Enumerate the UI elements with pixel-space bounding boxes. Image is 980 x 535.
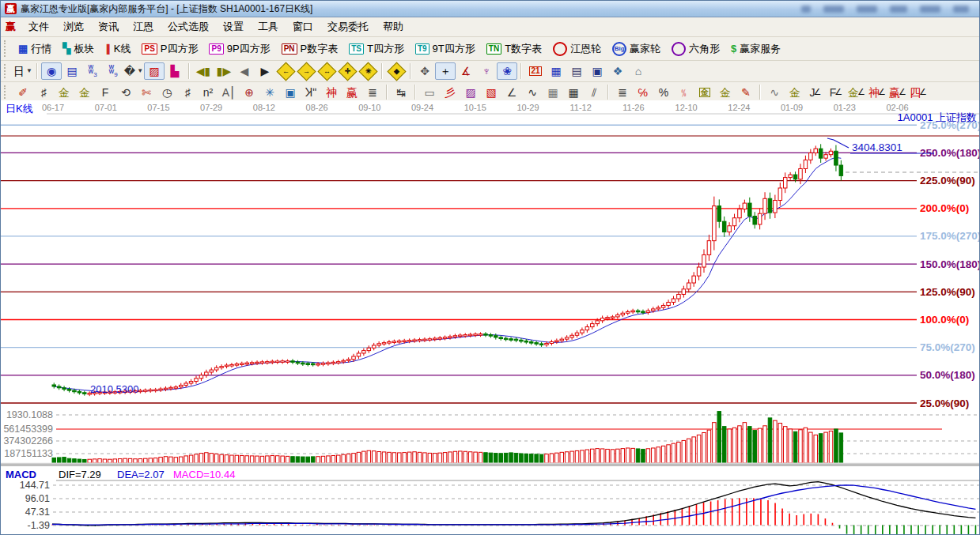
- titlebar-item-blurred[interactable]: [953, 6, 969, 13]
- hand-tool-icon[interactable]: ✥: [414, 62, 435, 80]
- menu-tools[interactable]: 工具: [251, 18, 286, 36]
- save-icon[interactable]: ▣: [587, 62, 607, 80]
- t-percent-icon[interactable]: ℅: [633, 84, 653, 101]
- winner-wheel-button[interactable]: Big赢家轮: [607, 40, 666, 58]
- computer-icon[interactable]: ⌂: [628, 62, 649, 80]
- gann-wheel-button[interactable]: 江恩轮: [547, 40, 607, 58]
- volume-profile-icon[interactable]: ▙: [165, 62, 185, 80]
- gold-line-icon[interactable]: 金: [715, 84, 736, 101]
- j-angle-icon[interactable]: J∠: [805, 84, 826, 101]
- fit-all-icon[interactable]: ✳: [358, 62, 378, 80]
- gann-tool-icon[interactable]: ♆: [476, 62, 497, 80]
- win-tool-icon[interactable]: 赢: [342, 84, 362, 101]
- kline-chart-canvas[interactable]: 06-1707-0107-1507-2908-1208-2609-1009-24…: [1, 100, 980, 535]
- bars-3-icon[interactable]: ʬ3: [82, 62, 103, 80]
- shift-right-icon[interactable]: →: [296, 62, 316, 80]
- rays-tool-icon[interactable]: 彡: [440, 84, 460, 101]
- toolbar-grip[interactable]: [4, 85, 9, 100]
- menu-formula-picker[interactable]: 公式选股: [161, 18, 216, 36]
- menu-browse[interactable]: 浏览: [56, 18, 91, 36]
- titlebar-item-blurred[interactable]: [801, 6, 811, 13]
- compress-icon[interactable]: ✛: [337, 62, 358, 80]
- menu-trade[interactable]: 交易委托: [320, 18, 376, 36]
- ray-box2-icon[interactable]: ▧: [481, 84, 501, 101]
- pattern-brain-icon[interactable]: ❀: [497, 62, 517, 80]
- ruler-123-icon[interactable]: ≣: [362, 84, 383, 101]
- next-page-icon[interactable]: ▶: [255, 62, 275, 80]
- chart-area[interactable]: 06-1707-0107-1507-2908-1208-2609-1009-24…: [1, 100, 980, 535]
- square-grid-icon[interactable]: ▣: [280, 84, 301, 101]
- star-grid-icon[interactable]: ✳: [259, 84, 280, 101]
- menu-window[interactable]: 窗口: [286, 18, 320, 36]
- knife-tool-icon[interactable]: ✄: [136, 84, 157, 101]
- level-list-icon[interactable]: ≣: [612, 84, 633, 101]
- kline-button[interactable]: ∥K线: [100, 40, 136, 58]
- quote-button[interactable]: ▦行情: [13, 40, 57, 58]
- eraser-tool-icon[interactable]: ✐: [13, 84, 33, 101]
- grid-arrow-icon[interactable]: ▦: [563, 84, 584, 101]
- calendar-icon[interactable]: 21: [525, 62, 546, 80]
- gold-underline-icon[interactable]: 金: [785, 84, 805, 101]
- gold-fence-icon[interactable]: 金: [54, 84, 74, 101]
- box-tool-icon[interactable]: ▭: [419, 84, 440, 101]
- winner-service-button[interactable]: $赢家服务: [725, 40, 786, 58]
- p-number-table-button[interactable]: PNP数字表: [276, 40, 344, 58]
- four-angle-icon[interactable]: 四∠: [908, 84, 929, 101]
- candle-style-dropdown[interactable]: �▼: [123, 62, 144, 80]
- k-mark-icon[interactable]: Ʞʺ: [301, 84, 321, 101]
- gold-angle-icon[interactable]: 金∠: [846, 84, 867, 101]
- sector-button[interactable]: ▚板块: [57, 40, 100, 58]
- gold-circle-icon[interactable]: 金: [694, 84, 715, 101]
- gold-fence2-icon[interactable]: 金: [74, 84, 95, 101]
- cycle-clock-icon[interactable]: ◷: [157, 84, 177, 101]
- wave-overlay-icon[interactable]: ∿: [764, 84, 785, 101]
- titlebar-item-blurred[interactable]: [823, 6, 844, 13]
- t-square-button[interactable]: TST四方形: [343, 40, 410, 58]
- menu-file[interactable]: 文件: [21, 18, 56, 36]
- pen-tool-icon[interactable]: ✎: [736, 84, 756, 101]
- n-squared-icon[interactable]: n²: [198, 84, 218, 101]
- menu-news[interactable]: 资讯: [91, 18, 126, 36]
- center-icon[interactable]: ◆: [386, 62, 407, 80]
- prev-page-icon[interactable]: ◀: [234, 62, 255, 80]
- t9-square-button[interactable]: T99T四方形: [410, 40, 481, 58]
- angle-measure-icon[interactable]: ∡: [456, 62, 476, 80]
- titlebar-item-blurred[interactable]: [920, 6, 940, 13]
- shen-tool-icon[interactable]: 神: [321, 84, 342, 101]
- hexagon-button[interactable]: 六角形: [666, 40, 725, 58]
- calculator-icon[interactable]: ▦: [546, 62, 566, 80]
- a-channel-icon[interactable]: A⎮: [218, 84, 239, 101]
- toolbar-grip[interactable]: [4, 64, 9, 78]
- spiral-tool-icon[interactable]: ⟲: [115, 84, 136, 101]
- expand-horizontal-icon[interactable]: ↔: [316, 62, 337, 80]
- f-angle-icon[interactable]: F∠: [826, 84, 846, 101]
- titlebar-item-blurred[interactable]: [857, 6, 877, 13]
- width-measure-icon[interactable]: ↹: [391, 84, 411, 101]
- pattern-overlay-icon[interactable]: ◉: [41, 62, 62, 80]
- toolbar-grip[interactable]: [4, 40, 9, 56]
- ray-box-icon[interactable]: ▨: [460, 84, 481, 101]
- period-day-dropdown[interactable]: 日▼: [13, 62, 33, 80]
- zigzag-tool-icon[interactable]: ∿: [522, 84, 543, 101]
- bars-9-icon[interactable]: ʬ9: [103, 62, 123, 80]
- titlebar-item-blurred[interactable]: [890, 6, 907, 13]
- grid-tool-icon[interactable]: ▦: [543, 84, 563, 101]
- menu-gann[interactable]: 江恩: [126, 18, 161, 36]
- percent-line-icon[interactable]: ﹪: [674, 84, 694, 101]
- percent-icon[interactable]: %: [653, 84, 674, 101]
- f-fence-icon[interactable]: F: [95, 84, 115, 101]
- parallel-lines-icon[interactable]: ⫽: [584, 84, 604, 101]
- fence-tool-icon[interactable]: ♯: [33, 84, 54, 101]
- p-square-button[interactable]: PSP四方形: [136, 40, 203, 58]
- gann-pattern-icon[interactable]: ▨: [144, 62, 165, 80]
- fence2-tool-icon[interactable]: ♯: [177, 84, 198, 101]
- shift-left-icon[interactable]: ←: [275, 62, 296, 80]
- note-icon[interactable]: ▤: [62, 62, 82, 80]
- menu-settings[interactable]: 设置: [216, 18, 251, 36]
- notepad-icon[interactable]: ▤: [566, 62, 587, 80]
- crosshair-tool-icon[interactable]: ＋: [435, 62, 456, 80]
- jump-start-icon[interactable]: ◀▮: [193, 62, 214, 80]
- web-data-icon[interactable]: ❖: [607, 62, 628, 80]
- jump-end-icon[interactable]: ▮▶: [214, 62, 234, 80]
- shen-angle-icon[interactable]: 神∠: [867, 84, 887, 101]
